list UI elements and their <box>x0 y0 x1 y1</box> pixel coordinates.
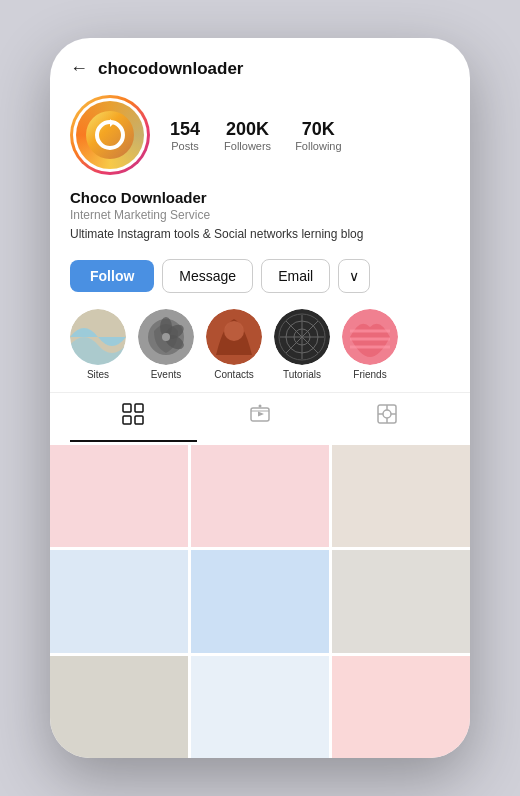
email-button[interactable]: Email <box>261 259 330 293</box>
grid-cell-4[interactable] <box>50 550 188 652</box>
grid-cell-8[interactable] <box>191 656 329 758</box>
story-label-tutorials: Tutorials <box>283 369 321 380</box>
tab-bar <box>50 392 470 442</box>
svg-point-31 <box>383 410 391 418</box>
category: Internet Marketing Service <box>70 208 450 222</box>
stat-followers: 200K Followers <box>224 119 271 152</box>
stat-posts: 154 Posts <box>170 119 200 152</box>
chevron-down-icon: ∨ <box>349 268 359 284</box>
posts-label: Posts <box>171 140 199 152</box>
grid-cell-7[interactable] <box>50 656 188 758</box>
grid-cell-6[interactable] <box>332 550 470 652</box>
svg-rect-26 <box>135 416 143 424</box>
grid-icon <box>122 403 144 430</box>
story-item-events[interactable]: Events <box>138 309 194 380</box>
stat-following: 70K Following <box>295 119 341 152</box>
story-label-friends: Friends <box>353 369 386 380</box>
story-circle-friends <box>342 309 398 365</box>
svg-rect-24 <box>135 404 143 412</box>
svg-point-0 <box>86 111 134 159</box>
bio: Ultimate Instagram tools & Social networ… <box>70 226 450 243</box>
stories-row: Sites Events <box>50 301 470 388</box>
story-label-events: Events <box>151 369 182 380</box>
story-circle-events <box>138 309 194 365</box>
story-circle-tutorials <box>274 309 330 365</box>
followers-label: Followers <box>224 140 271 152</box>
display-name: Choco Downloader <box>70 189 450 206</box>
profile-section: 154 Posts 200K Followers 70K Following <box>50 89 470 185</box>
following-label: Following <box>295 140 341 152</box>
story-label-contacts: Contacts <box>214 369 253 380</box>
svg-point-10 <box>224 321 244 341</box>
story-circle-contacts <box>206 309 262 365</box>
svg-point-29 <box>259 404 262 407</box>
grid-cell-3[interactable] <box>332 445 470 547</box>
header: ← chocodownloader <box>50 38 470 89</box>
more-button[interactable]: ∨ <box>338 259 370 293</box>
grid-cell-1[interactable] <box>50 445 188 547</box>
grid-cell-5[interactable] <box>191 550 329 652</box>
story-circle-sites <box>70 309 126 365</box>
follow-button[interactable]: Follow <box>70 260 154 292</box>
tab-reels[interactable] <box>197 393 324 442</box>
tab-tagged[interactable] <box>323 393 450 442</box>
stats-row: 154 Posts 200K Followers 70K Following <box>170 119 342 152</box>
tab-grid[interactable] <box>70 393 197 442</box>
action-buttons: Follow Message Email ∨ <box>50 251 470 301</box>
grid-cell-2[interactable] <box>191 445 329 547</box>
photo-grid <box>50 442 470 758</box>
svg-rect-23 <box>123 404 131 412</box>
followers-count: 200K <box>226 119 269 140</box>
header-username: chocodownloader <box>98 59 243 79</box>
story-item-sites[interactable]: Sites <box>70 309 126 380</box>
back-button[interactable]: ← <box>70 58 88 79</box>
story-label-sites: Sites <box>87 369 109 380</box>
profile-info: Choco Downloader Internet Marketing Serv… <box>50 185 470 251</box>
story-item-tutorials[interactable]: Tutorials <box>274 309 330 380</box>
following-count: 70K <box>302 119 335 140</box>
story-item-contacts[interactable]: Contacts <box>206 309 262 380</box>
phone-frame: ← chocodownloader <box>50 38 470 758</box>
grid-cell-9[interactable] <box>332 656 470 758</box>
avatar <box>70 95 150 175</box>
svg-rect-25 <box>123 416 131 424</box>
posts-count: 154 <box>170 119 200 140</box>
story-item-friends[interactable]: Friends <box>342 309 398 380</box>
svg-point-8 <box>162 333 170 341</box>
message-button[interactable]: Message <box>162 259 253 293</box>
tagged-icon <box>376 403 398 430</box>
reels-icon <box>249 403 271 430</box>
